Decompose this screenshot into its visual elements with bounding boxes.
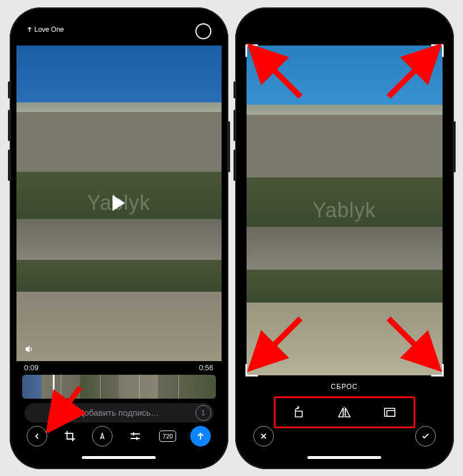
scrubber-handle[interactable] <box>53 375 55 399</box>
home-indicator[interactable] <box>307 456 381 459</box>
back-to-app-button[interactable]: Love One <box>27 26 64 34</box>
dynamic-island <box>85 21 153 39</box>
caption-placeholder: Добавить подпись… <box>78 408 159 417</box>
close-icon <box>260 433 267 440</box>
crop-handle-bottom-right[interactable] <box>431 364 444 376</box>
crop-handle-top-right[interactable] <box>431 44 444 57</box>
crop-handle-bottom-left[interactable] <box>245 364 258 376</box>
dynamic-island <box>310 21 378 39</box>
home-indicator[interactable] <box>82 456 156 459</box>
arrow-up-icon <box>27 27 32 32</box>
time-current: 0:09 <box>24 363 39 372</box>
crop-handle-top-left[interactable] <box>245 44 258 57</box>
mute-button[interactable] <box>24 344 35 357</box>
chevron-left-icon <box>34 433 40 440</box>
aspect-ratio-icon <box>383 405 397 419</box>
video-time-row: 0:09 0:56 <box>24 363 214 372</box>
adjust-button[interactable] <box>124 425 147 448</box>
bottom-toolbar <box>242 419 447 453</box>
video-preview[interactable]: Yablyk <box>16 45 222 361</box>
confirm-button[interactable] <box>414 425 437 448</box>
view-once-button[interactable]: 1 <box>195 405 211 421</box>
time-end: 0:56 <box>199 363 213 372</box>
flip-horizontal-icon <box>337 406 352 419</box>
phone-mockup-left: Love One Yablyk 0:09 0:56 Добавить подпи… <box>10 7 228 469</box>
svg-rect-4 <box>387 411 395 416</box>
markup-icon <box>98 432 106 440</box>
live-photo-toggle[interactable] <box>195 23 211 39</box>
back-button[interactable] <box>26 425 48 448</box>
cancel-button[interactable] <box>252 425 275 448</box>
sliders-icon <box>129 430 141 442</box>
video-scrubber[interactable] <box>22 375 216 399</box>
screen-left: Love One Yablyk 0:09 0:56 Добавить подпи… <box>16 14 222 462</box>
quality-label: 720 <box>159 431 176 442</box>
screen-right: Yablyk СБРОС <box>242 14 447 462</box>
crop-preview[interactable]: Yablyk <box>247 45 443 375</box>
watermark: Yablyk <box>312 198 376 222</box>
crop-tool-button[interactable] <box>59 425 81 448</box>
checkmark-icon <box>422 433 429 440</box>
markup-button[interactable] <box>91 425 114 448</box>
play-icon[interactable] <box>112 195 125 211</box>
reset-button[interactable]: СБРОС <box>242 383 447 391</box>
arrow-up-icon <box>196 432 205 441</box>
bottom-toolbar: 720 <box>16 419 222 453</box>
back-to-app-label: Love One <box>35 26 64 34</box>
crop-icon <box>64 430 76 442</box>
send-button[interactable] <box>189 425 212 448</box>
rotate-icon <box>292 405 306 419</box>
phone-mockup-right: Yablyk СБРОС <box>235 7 454 469</box>
quality-button[interactable]: 720 <box>156 425 179 448</box>
